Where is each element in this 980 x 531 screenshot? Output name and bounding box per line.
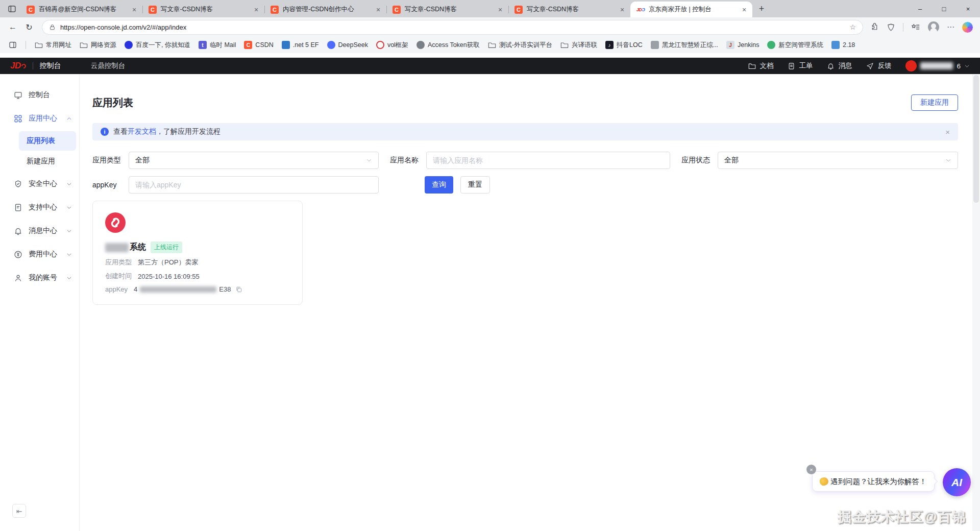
search-button[interactable]: 查询 (425, 176, 453, 194)
sidebar-item-billing[interactable]: 费用中心 (0, 243, 79, 266)
created-time-row: 创建时间 2025-10-16 16:09:55 (105, 272, 290, 281)
sidebar-item-app-list[interactable]: 应用列表 (19, 131, 76, 151)
header-messages-link[interactable]: 消息 (827, 61, 852, 70)
bookmark-hlj[interactable]: 黑龙江智慧矫正综... (647, 39, 722, 52)
tab-close-icon[interactable]: × (374, 6, 382, 14)
more-menu-icon[interactable]: ⋯ (947, 22, 954, 32)
yen-circle-icon (14, 250, 22, 259)
bookmarks-panel-icon[interactable] (5, 37, 20, 53)
sidebar-item-account[interactable]: 我的账号 (0, 266, 79, 289)
back-icon[interactable]: ← (7, 22, 18, 32)
tab-csdn-manage[interactable]: C 内容管理-CSDN创作中心 × (264, 2, 386, 17)
bookmark-access-token[interactable]: Access Token获取 (413, 39, 483, 52)
header-nav-yunding[interactable]: 云鼎控制台 (91, 61, 126, 70)
tab-csdn-write-2[interactable]: C 写文章-CSDN博客 × (386, 2, 508, 17)
tab-title: 内容管理-CSDN创作中心 (283, 5, 370, 14)
assistant-close-icon[interactable]: × (806, 465, 816, 474)
bookmark-218[interactable]: 2.18 (828, 39, 859, 51)
header-divider (33, 62, 33, 69)
appkey-input[interactable] (135, 181, 372, 189)
tab-close-icon[interactable]: × (740, 6, 748, 14)
console-body: 控制台 应用中心 应用列表 新建应用 安全中心 支持中心 (0, 74, 980, 531)
tab-workspaces-icon[interactable] (4, 1, 19, 16)
bookmark-folder[interactable]: 兴译语联 (557, 39, 601, 52)
sidebar: 控制台 应用中心 应用列表 新建应用 安全中心 支持中心 (0, 74, 80, 531)
copilot-icon[interactable] (962, 22, 973, 33)
bookmark-douyin[interactable]: ♪ 抖音LOC (602, 39, 646, 52)
bell-icon (827, 62, 835, 70)
grid-icon (14, 114, 22, 123)
sidebar-collapse-button[interactable]: ⇤ (12, 504, 26, 518)
header-tickets-link[interactable]: 工单 (788, 61, 813, 70)
assistant-avatar-button[interactable]: AI (943, 468, 971, 496)
bookmark-deepseek[interactable]: DeepSeek (324, 39, 372, 51)
header-feedback-link[interactable]: 反馈 (866, 61, 891, 70)
tab-csdn-write-1[interactable]: C 写文章-CSDN博客 × (142, 2, 264, 17)
sidebar-item-security[interactable]: 安全中心 (0, 172, 79, 196)
scrollbar-thumb[interactable] (973, 75, 979, 203)
window-minimize-button[interactable]: – (908, 0, 932, 17)
extension-icon[interactable] (870, 23, 879, 32)
app-card[interactable]: 系统 上线运行 应用类型 第三方（POP）卖家 创建时间 2025-10-16 … (92, 201, 303, 305)
folder-icon (35, 41, 43, 49)
user-name-suffix: 6 (957, 62, 961, 70)
tab-csdn-home[interactable]: C 百锦再@新空间-CSDN博客 × (20, 2, 142, 17)
app-status-label: 应用状态 (681, 156, 710, 165)
sidebar-item-console[interactable]: 控制台 (0, 83, 79, 107)
ticket-icon (788, 62, 795, 70)
app-type-select[interactable]: 全部 (129, 152, 379, 169)
new-tab-button[interactable]: + (754, 2, 769, 16)
browser-essentials-icon[interactable] (887, 23, 895, 32)
tab-close-icon[interactable]: × (496, 6, 504, 14)
address-bar[interactable]: https://open-console.jd.com/v2/#/app/ind… (42, 20, 863, 35)
user-menu[interactable]: 6 (905, 60, 970, 71)
sidebar-item-app-center[interactable]: 应用中心 (0, 107, 79, 130)
app-name-input[interactable] (433, 156, 664, 164)
bookmark-folder[interactable]: 网络资源 (76, 39, 120, 52)
toolbar-right: ⋯ (870, 21, 973, 33)
header-docs-link[interactable]: 文档 (748, 61, 773, 70)
document-icon (14, 203, 22, 212)
app-status-select[interactable]: 全部 (718, 152, 958, 169)
favorite-star-icon[interactable]: ☆ (849, 23, 856, 31)
user-avatar (905, 60, 917, 71)
browser-profile-avatar[interactable] (928, 21, 939, 33)
copy-icon[interactable] (235, 286, 242, 293)
dev-docs-link[interactable]: 开发文档 (128, 127, 156, 136)
assistant-bubble[interactable]: 遇到问题？让我来为你解答！ (812, 471, 935, 492)
bookmark-folder[interactable]: 常用网址 (31, 39, 75, 52)
leaf-favicon (767, 41, 775, 49)
reset-button[interactable]: 重置 (460, 176, 490, 194)
sidebar-item-support[interactable]: 支持中心 (0, 196, 79, 219)
csdn-favicon: C (27, 6, 35, 14)
bookmark-csdn[interactable]: C CSDN (240, 39, 277, 51)
window-close-button[interactable]: × (956, 0, 980, 17)
page-scrollbar[interactable] (972, 74, 980, 531)
bookmark-jenkins[interactable]: J Jenkins (723, 39, 763, 51)
refresh-icon[interactable]: ↻ (23, 22, 35, 32)
bookmark-net-ef[interactable]: .net 5 EF (278, 39, 323, 51)
new-app-button[interactable]: 新建应用 (911, 94, 958, 111)
tab-csdn-write-3[interactable]: C 写文章-CSDN博客 × (508, 2, 630, 17)
bookmark-temp-mail[interactable]: t 临时 Mail (195, 39, 239, 52)
tab-title: 写文章-CSDN博客 (527, 5, 614, 14)
jd-logo[interactable]: JD (10, 61, 26, 71)
tab-jd-console-active[interactable]: JDƆ 京东商家开放 | 控制台 × (630, 2, 752, 17)
bookmark-folder[interactable]: 测试-外语实训平台 (484, 39, 556, 52)
bookmark-new-space[interactable]: 新空间管理系统 (764, 39, 827, 52)
tab-close-icon[interactable]: × (130, 6, 138, 14)
bookmark-baidu[interactable]: 百度一下, 你就知道 (121, 39, 194, 52)
window-maximize-button[interactable]: □ (932, 0, 956, 17)
url-text[interactable]: https://open-console.jd.com/v2/#/app/ind… (60, 23, 186, 31)
banner-close-icon[interactable]: × (945, 128, 950, 136)
app-name-redacted (105, 243, 129, 252)
csdn-favicon: C (244, 41, 252, 49)
sidebar-item-app-create[interactable]: 新建应用 (19, 152, 76, 171)
monitor-icon (14, 91, 22, 100)
tab-close-icon[interactable]: × (618, 6, 626, 14)
bookmark-vol[interactable]: vol框架 (373, 39, 412, 52)
tab-close-icon[interactable]: × (252, 6, 260, 14)
jenkins-favicon: J (726, 41, 734, 49)
favorites-list-icon[interactable] (911, 22, 920, 32)
sidebar-item-message[interactable]: 消息中心 (0, 219, 79, 243)
